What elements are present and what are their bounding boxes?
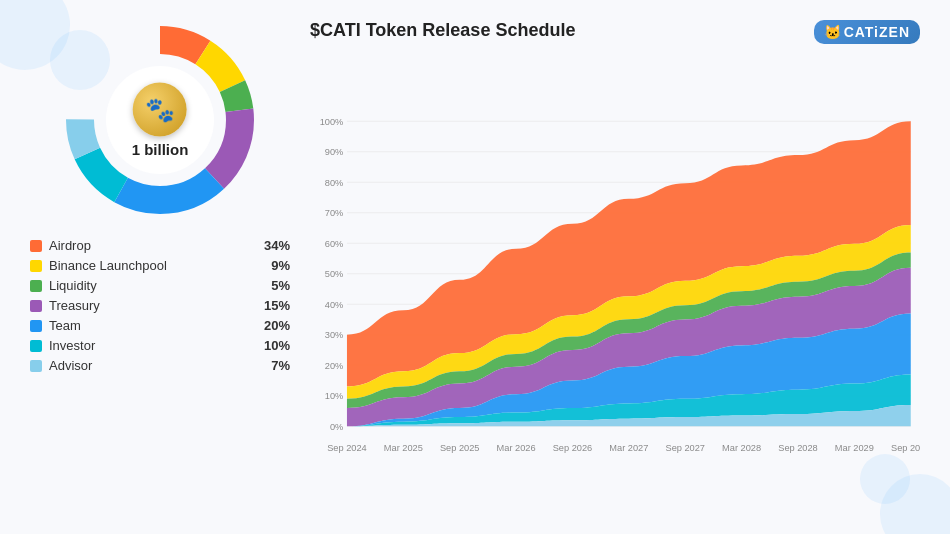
main-container: 🐾 1 billion Airdrop 34% Binance Launchpo… bbox=[0, 0, 950, 534]
legend-left-investor: Investor bbox=[30, 338, 95, 353]
legend-label-team: Team bbox=[49, 318, 81, 333]
logo-text: CATiZEN bbox=[844, 24, 910, 40]
svg-text:Sep 2026: Sep 2026 bbox=[553, 443, 593, 453]
svg-text:80%: 80% bbox=[325, 178, 343, 188]
legend-label-advisor: Advisor bbox=[49, 358, 92, 373]
legend-item-airdrop: Airdrop 34% bbox=[30, 238, 290, 253]
legend-dot-advisor bbox=[30, 360, 42, 372]
donut-center: 🐾 1 billion bbox=[132, 83, 189, 158]
svg-text:Sep 2027: Sep 2027 bbox=[665, 443, 705, 453]
chart-header: $CATI Token Release Schedule 🐱 CATiZEN bbox=[310, 20, 920, 44]
legend-pct-liquidity: 5% bbox=[260, 278, 290, 293]
svg-text:Mar 2028: Mar 2028 bbox=[722, 443, 761, 453]
svg-text:40%: 40% bbox=[325, 300, 343, 310]
legend-left-binance: Binance Launchpool bbox=[30, 258, 167, 273]
legend-pct-treasury: 15% bbox=[260, 298, 290, 313]
donut-chart: 🐾 1 billion bbox=[60, 20, 260, 220]
svg-text:90%: 90% bbox=[325, 147, 343, 157]
legend-left-advisor: Advisor bbox=[30, 358, 92, 373]
legend-dot-team bbox=[30, 320, 42, 332]
svg-text:30%: 30% bbox=[325, 330, 343, 340]
legend-left-liquidity: Liquidity bbox=[30, 278, 97, 293]
legend-label-treasury: Treasury bbox=[49, 298, 100, 313]
svg-text:Sep 2029: Sep 2029 bbox=[891, 443, 920, 453]
svg-text:10%: 10% bbox=[325, 391, 343, 401]
svg-text:Mar 2026: Mar 2026 bbox=[497, 443, 536, 453]
svg-text:0%: 0% bbox=[330, 422, 343, 432]
legend-item-investor: Investor 10% bbox=[30, 338, 290, 353]
svg-text:Mar 2027: Mar 2027 bbox=[609, 443, 648, 453]
legend-dot-investor bbox=[30, 340, 42, 352]
svg-text:70%: 70% bbox=[325, 208, 343, 218]
legend-item-liquidity: Liquidity 5% bbox=[30, 278, 290, 293]
legend-dot-airdrop bbox=[30, 240, 42, 252]
svg-text:Mar 2025: Mar 2025 bbox=[384, 443, 423, 453]
legend-item-team: Team 20% bbox=[30, 318, 290, 333]
legend-pct-team: 20% bbox=[260, 318, 290, 333]
legend-item-advisor: Advisor 7% bbox=[30, 358, 290, 373]
svg-text:60%: 60% bbox=[325, 239, 343, 249]
legend-dot-binance bbox=[30, 260, 42, 272]
coin-icon: 🐾 bbox=[133, 83, 187, 137]
logo-badge: 🐱 CATiZEN bbox=[814, 20, 920, 44]
legend-dot-treasury bbox=[30, 300, 42, 312]
legend-left-airdrop: Airdrop bbox=[30, 238, 91, 253]
svg-text:100%: 100% bbox=[320, 117, 344, 127]
legend-label-binance: Binance Launchpool bbox=[49, 258, 167, 273]
svg-text:Mar 2029: Mar 2029 bbox=[835, 443, 874, 453]
legend-label-investor: Investor bbox=[49, 338, 95, 353]
billion-label: 1 billion bbox=[132, 141, 189, 158]
legend-label-liquidity: Liquidity bbox=[49, 278, 97, 293]
chart-title: $CATI Token Release Schedule bbox=[310, 20, 575, 41]
legend-pct-advisor: 7% bbox=[260, 358, 290, 373]
logo-icon: 🐱 bbox=[824, 24, 842, 40]
legend-left-team: Team bbox=[30, 318, 81, 333]
left-panel: 🐾 1 billion Airdrop 34% Binance Launchpo… bbox=[30, 20, 290, 514]
svg-text:Sep 2028: Sep 2028 bbox=[778, 443, 818, 453]
right-panel: $CATI Token Release Schedule 🐱 CATiZEN 0… bbox=[310, 20, 920, 514]
legend-pct-airdrop: 34% bbox=[260, 238, 290, 253]
svg-text:50%: 50% bbox=[325, 269, 343, 279]
legend-item-binance: Binance Launchpool 9% bbox=[30, 258, 290, 273]
legend-left-treasury: Treasury bbox=[30, 298, 100, 313]
legend-pct-binance: 9% bbox=[260, 258, 290, 273]
legend: Airdrop 34% Binance Launchpool 9% Liquid… bbox=[30, 238, 290, 373]
svg-text:Sep 2024: Sep 2024 bbox=[327, 443, 367, 453]
legend-dot-liquidity bbox=[30, 280, 42, 292]
legend-item-treasury: Treasury 15% bbox=[30, 298, 290, 313]
legend-label-airdrop: Airdrop bbox=[49, 238, 91, 253]
svg-text:20%: 20% bbox=[325, 361, 343, 371]
legend-pct-investor: 10% bbox=[260, 338, 290, 353]
svg-text:Sep 2025: Sep 2025 bbox=[440, 443, 480, 453]
stacked-area-chart: 0%10%20%30%40%50%60%70%80%90%100%Sep 202… bbox=[310, 52, 920, 514]
